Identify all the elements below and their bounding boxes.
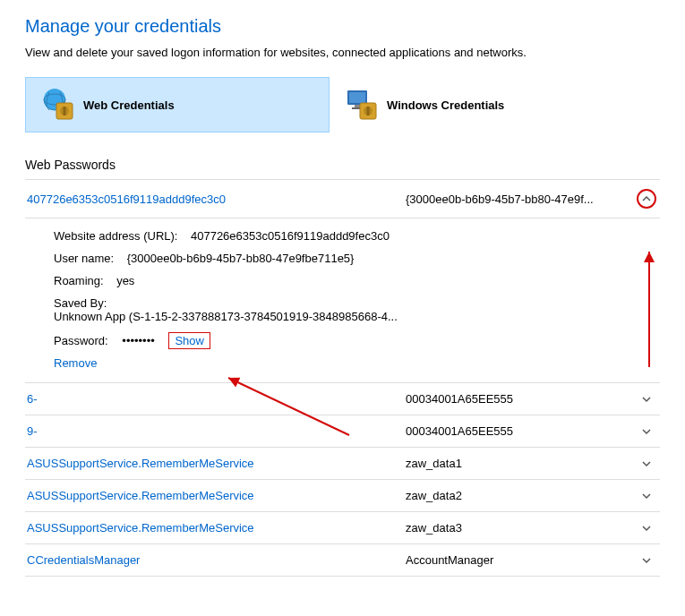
credential-name: 407726e6353c0516f9119addd9fec3c0 xyxy=(27,192,398,206)
credential-name: 9- xyxy=(27,424,398,438)
svg-rect-4 xyxy=(64,107,66,116)
credential-details: Website address (URL): 407726e6353c0516f… xyxy=(25,218,660,383)
credential-row-expanded[interactable]: 407726e6353c0516f9119addd9fec3c0 {3000ee… xyxy=(25,179,660,218)
expand-button[interactable] xyxy=(635,394,658,405)
chevron-down-icon xyxy=(641,426,652,437)
credential-row[interactable]: 6- 00034001A65EE555 xyxy=(25,383,660,415)
password-label: Password: xyxy=(54,334,108,347)
expand-button[interactable] xyxy=(635,491,658,501)
savedby-label: Saved By: xyxy=(54,296,107,310)
credential-row[interactable]: 9- 00034001A65EE555 xyxy=(25,415,660,448)
url-value: 407726e6353c0516f9119addd9fec3c0 xyxy=(191,229,390,243)
chevron-down-icon xyxy=(641,394,652,405)
expand-button[interactable] xyxy=(635,426,658,437)
tab-web-label: Web Credentials xyxy=(83,98,175,112)
collapse-button[interactable] xyxy=(635,189,658,209)
expand-button[interactable] xyxy=(635,458,658,469)
tab-windows-label: Windows Credentials xyxy=(387,98,504,112)
expand-button[interactable] xyxy=(635,555,658,566)
credential-type-tabs: Web Credentials Windows Credentials xyxy=(25,77,660,133)
svg-rect-7 xyxy=(355,105,360,107)
username-label: User name: xyxy=(54,252,114,265)
credential-row[interactable]: ASUSSupportService.RememberMeService zaw… xyxy=(25,512,660,544)
show-password-button[interactable]: Show xyxy=(168,332,210,349)
credential-name: 6- xyxy=(27,392,398,406)
password-mask: •••••••• xyxy=(122,334,154,347)
credential-name: CCredentialsManager xyxy=(27,553,398,567)
credential-list: 407726e6353c0516f9119addd9fec3c0 {3000ee… xyxy=(25,179,660,577)
credential-name: ASUSSupportService.RememberMeService xyxy=(27,489,398,502)
chevron-down-icon xyxy=(641,523,652,534)
credential-name: ASUSSupportService.RememberMeService xyxy=(27,457,398,470)
remove-link[interactable]: Remove xyxy=(54,356,97,370)
svg-rect-6 xyxy=(349,92,365,103)
credential-row[interactable]: CCredentialsManager AccountManager xyxy=(25,544,660,577)
credential-user: 00034001A65EE555 xyxy=(398,424,635,438)
page-title: Manage your credentials xyxy=(25,16,660,37)
tab-web-credentials[interactable]: Web Credentials xyxy=(25,77,330,133)
credential-row[interactable]: ASUSSupportService.RememberMeService zaw… xyxy=(25,480,660,512)
chevron-down-icon xyxy=(641,458,652,469)
section-web-passwords: Web Passwords xyxy=(25,158,660,172)
expand-button[interactable] xyxy=(635,523,658,534)
credential-row[interactable]: ASUSSupportService.RememberMeService zaw… xyxy=(25,448,660,480)
chevron-up-icon xyxy=(641,193,652,204)
credential-user: zaw_data1 xyxy=(398,457,635,470)
savedby-value: Unknown App (S-1-15-2-337888173-37845019… xyxy=(54,310,398,323)
credential-user: 00034001A65EE555 xyxy=(398,392,635,406)
monitor-safe-icon xyxy=(344,87,380,123)
credential-user: {3000ee0b-b6b9-45b7-bb80-47e9f... xyxy=(398,192,635,206)
svg-rect-11 xyxy=(367,107,370,116)
url-label: Website address (URL): xyxy=(54,229,177,243)
chevron-down-icon xyxy=(641,491,652,501)
roaming-label: Roaming: xyxy=(54,274,104,287)
page-subtitle: View and delete your saved logon informa… xyxy=(25,46,660,59)
tab-windows-credentials[interactable]: Windows Credentials xyxy=(330,77,634,133)
chevron-down-icon xyxy=(641,555,652,566)
credential-user: zaw_data2 xyxy=(398,489,635,502)
roaming-value: yes xyxy=(116,274,134,287)
credential-user: zaw_data3 xyxy=(398,521,635,535)
credential-name: ASUSSupportService.RememberMeService xyxy=(27,521,398,535)
credential-user: AccountManager xyxy=(398,553,635,567)
username-value: {3000ee0b-b6b9-45b7-bb80-47e9fbe711e5} xyxy=(127,252,355,265)
globe-safe-icon xyxy=(40,87,76,123)
